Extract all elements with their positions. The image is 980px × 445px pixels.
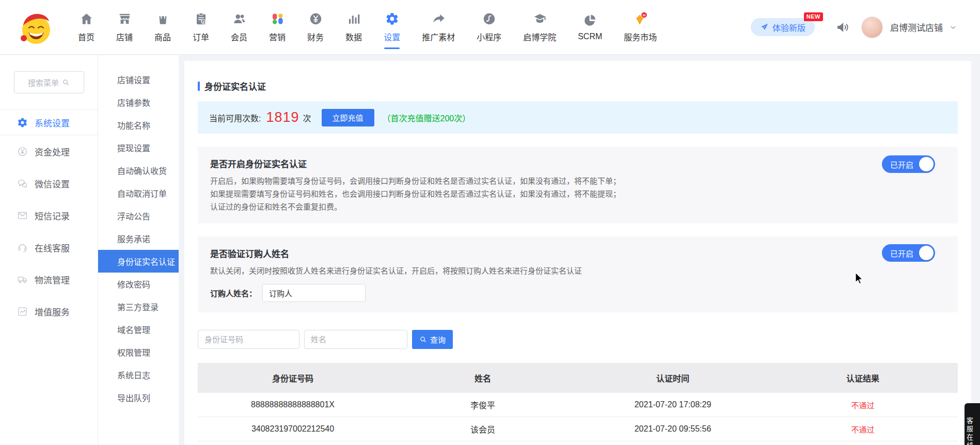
marketing-icon: [271, 12, 284, 26]
nav-item-home[interactable]: 首页: [67, 0, 105, 54]
nav-item-label: 订单: [193, 30, 209, 43]
submenu-item-export-queue[interactable]: 导出队列: [98, 386, 179, 409]
nav-item-goods[interactable]: 商品: [144, 0, 182, 54]
nav-item-marketing[interactable]: 营销: [258, 0, 296, 54]
submenu-item-id-verification-active[interactable]: 身份证实名认证: [98, 250, 179, 273]
user-avatar[interactable]: [861, 17, 883, 38]
name-search-input[interactable]: [304, 330, 407, 349]
submenu-item-third-party-login[interactable]: 第三方登录: [98, 295, 179, 318]
quota-count: 1819: [266, 109, 299, 125]
top-navbar: 首页 店铺 商品 订单 会员 营销 财务 数据: [0, 0, 980, 55]
quota-label: 当前可用次数:: [209, 112, 261, 124]
orderer-name-field-label: 订购人姓名：: [210, 288, 257, 298]
cell-id-number: 340823197002212540: [198, 417, 388, 441]
query-button-label: 查询: [430, 334, 446, 345]
submenu-item-auto-cancel[interactable]: 自动取消订单: [98, 182, 179, 204]
sidebar-item-wechat[interactable]: 微信设置: [0, 167, 98, 199]
nav-item-settings[interactable]: 设置: [373, 0, 411, 54]
menu-search-input[interactable]: 搜索菜单: [14, 71, 84, 93]
sidebar-item-label: 资金处理: [35, 145, 70, 158]
sidebar-item-logistics[interactable]: 物流管理: [0, 263, 98, 295]
customer-service-tab[interactable]: 客服在线: [965, 403, 980, 445]
yen-circle-icon: [17, 146, 28, 157]
nav-item-store[interactable]: 店铺: [105, 0, 144, 54]
store-icon: [118, 12, 132, 26]
submenu-item-auto-confirm[interactable]: 自动确认收货: [98, 159, 179, 182]
orderer-name-input[interactable]: [262, 284, 366, 302]
page-title: 身份证实名认证: [198, 80, 958, 92]
sidebar-item-online-service[interactable]: 在线客服: [0, 231, 98, 263]
app-logo-icon[interactable]: [19, 8, 53, 46]
sidebar-item-value-added[interactable]: 增值服务: [0, 295, 98, 327]
submenu-item-domain-management[interactable]: 域名管理: [98, 318, 179, 341]
order-clipboard-icon: [194, 12, 208, 26]
table-row: 88888888888888801X 李俊平 2021-07-20 17:08:…: [198, 393, 958, 417]
sidebar-item-funds[interactable]: 资金处理: [0, 135, 98, 167]
cell-id-number: 88888888888888801X: [198, 393, 388, 417]
share-arrow-icon: [432, 12, 446, 26]
submenu-item-permission-management[interactable]: 权限管理: [98, 341, 179, 363]
submenu-item-system-logs[interactable]: 系统日志: [98, 363, 179, 386]
section-verify-orderer-name: 是否验证订购人姓名 默认关闭，关闭时按照收货人姓名来进行身份证实名认证，开启后，…: [198, 236, 958, 312]
nav-item-label: 首页: [78, 30, 94, 43]
sidebar-item-label: 物流管理: [35, 273, 70, 286]
nav-item-data[interactable]: 数据: [335, 0, 373, 54]
query-button[interactable]: 查询: [412, 330, 453, 349]
sidebar-item-label: 微信设置: [35, 177, 70, 190]
recharge-button[interactable]: 立即充值: [322, 109, 374, 126]
nav-item-promo-material[interactable]: 推广素材: [411, 0, 466, 54]
table-row: 340823197002212540 该会员 2021-07-20 09:55:…: [198, 417, 958, 441]
cell-time: 2021-07-20 09:55:56: [578, 417, 768, 441]
nav-item-label: 商品: [154, 30, 171, 43]
submenu-item-feature-names[interactable]: 功能名称: [98, 114, 179, 136]
nav-item-academy[interactable]: 启博学院: [512, 0, 567, 54]
sidebar-item-system-settings[interactable]: 系统设置: [0, 110, 98, 135]
sidebar-item-sms[interactable]: 短信记录: [0, 199, 98, 231]
orderer-name-toggle-on[interactable]: 已开启: [882, 244, 935, 262]
try-new-version-label: 体验新版: [772, 21, 805, 34]
primary-nav: 首页 店铺 商品 订单 会员 营销 财务 数据: [67, 0, 668, 54]
store-name[interactable]: 启博测试店铺: [890, 21, 943, 34]
cell-time: 2021-07-20 17:08:29: [578, 393, 768, 417]
menu-search-placeholder: 搜索菜单: [28, 77, 59, 88]
nav-item-orders[interactable]: 订单: [182, 0, 220, 54]
id-verification-toggle-on[interactable]: 已开启: [882, 155, 935, 173]
cell-result-fail: 不通过: [768, 441, 958, 445]
column-header-name: 姓名: [388, 363, 578, 393]
quota-unit: 次: [303, 112, 311, 124]
toggle-label: 已开启: [890, 159, 913, 170]
nav-item-finance[interactable]: 财务: [296, 0, 335, 54]
id-number-search-input[interactable]: [198, 330, 299, 349]
table-header-row: 身份证号码 姓名 认证时间 认证结果: [198, 363, 958, 393]
shopping-bag-icon: [156, 12, 170, 26]
search-icon: [62, 78, 70, 86]
submenu-item-withdraw-settings[interactable]: 提现设置: [98, 136, 179, 159]
sidebar-item-label: 在线客服: [35, 241, 70, 254]
section-desc-line: 如果提现需要填写身份证号码和姓名，也会调用接口判断身份证和姓名是否通过实名认证，…: [210, 187, 944, 200]
section-desc-line: 开启后，如果购物需要填写身份证号码，会调用接口判断身份证和姓名是否通过实名认证，…: [210, 174, 944, 187]
sidebar-search-section: 搜索菜单: [0, 55, 98, 110]
nav-item-service-market[interactable]: H 服务市场: [613, 0, 668, 54]
submenu-item-service-promise[interactable]: 服务承诺: [98, 227, 179, 250]
try-new-version-button[interactable]: 体验新版 NEW: [751, 18, 815, 36]
submenu-item-shop-params[interactable]: 店铺参数: [98, 91, 179, 114]
announcement-speaker-icon[interactable]: [835, 20, 850, 35]
page-title-text: 身份证实名认证: [204, 80, 266, 92]
toggle-knob: [919, 157, 934, 171]
miniprogram-icon: [482, 12, 496, 26]
chevron-down-icon[interactable]: [949, 23, 957, 31]
home-icon: [80, 12, 93, 26]
verification-records-table: 身份证号码 姓名 认证时间 认证结果 88888888888888801X 李俊…: [198, 363, 958, 445]
new-badge: NEW: [804, 12, 823, 21]
toggle-knob: [919, 246, 934, 260]
left-sidebar: 搜索菜单 系统设置 资金处理 微信设置 短信记录 在线客服 物流管理 增值服务: [0, 55, 98, 445]
nav-item-members[interactable]: 会员: [220, 0, 258, 54]
pie-chart-icon: [583, 13, 597, 27]
nav-item-miniprogram[interactable]: 小程序: [466, 0, 512, 54]
nav-item-scrm[interactable]: SCRM: [567, 0, 613, 54]
submenu-item-shop-settings[interactable]: 店铺设置: [98, 68, 179, 91]
cell-name: 该会员: [388, 417, 578, 441]
submenu-item-change-password[interactable]: 修改密码: [98, 273, 179, 295]
submenu-item-floating-notice[interactable]: 浮动公告: [98, 204, 179, 227]
service-market-gem-icon: H: [634, 12, 647, 26]
